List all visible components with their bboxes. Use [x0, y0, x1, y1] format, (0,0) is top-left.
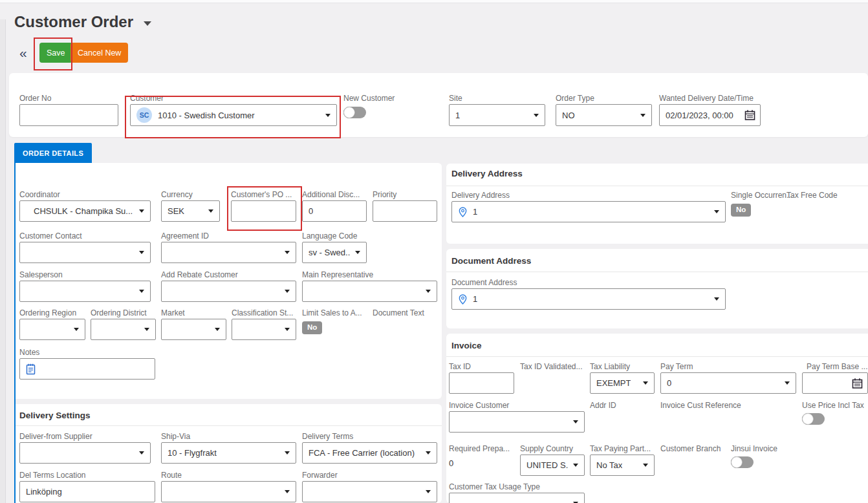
classification-standard-label: Classification St...: [232, 308, 296, 317]
chevron-down-icon: [74, 328, 79, 331]
customer-tax-usage-type-select[interactable]: [449, 493, 585, 503]
order-no-input[interactable]: [19, 104, 118, 126]
delivery-terms-label: Delivery Terms: [302, 432, 437, 441]
classification-standard-select[interactable]: [232, 319, 296, 340]
coordinator-label: Coordinator: [19, 190, 151, 199]
chevron-down-icon: [426, 490, 431, 493]
priority-input[interactable]: [373, 200, 437, 222]
chevron-down-icon: [573, 464, 578, 467]
invoice-customer-select[interactable]: [449, 411, 585, 433]
delivery-address-label: Delivery Address: [451, 191, 726, 200]
forwarder-label: Forwarder: [302, 471, 437, 480]
add-rebate-customer-select[interactable]: [161, 281, 296, 302]
title-caret-icon[interactable]: [144, 21, 151, 26]
forwarder-field: Forwarder: [302, 471, 437, 502]
main-representative-field: Main Representative: [302, 270, 437, 302]
collapsed-sidebar[interactable]: [0, 19, 6, 503]
delivery-terms-select[interactable]: FCA - Free Carrier (location): [302, 442, 437, 464]
invoice-customer-field: Invoice Customer: [449, 401, 585, 433]
ordering-region-label: Ordering Region: [19, 308, 85, 317]
del-terms-location-input[interactable]: Linköping: [19, 481, 155, 502]
limit-sales-badge[interactable]: No: [302, 321, 322, 334]
delivery-terms-field: Delivery Terms FCA - Free Carrier (locat…: [302, 432, 437, 464]
tax-free-code-label: Tax Free Code: [787, 191, 838, 200]
required-prepayment-field: Required Prepa... 0: [449, 444, 510, 468]
customer-select[interactable]: SC 1010 - Swedish Customer: [130, 104, 337, 126]
customer-contact-select[interactable]: [19, 242, 151, 263]
customer-label: Customer: [130, 94, 337, 103]
customers-po-label: Customer's PO ...: [231, 190, 296, 199]
customer-branch-label: Customer Branch: [660, 444, 721, 453]
priority-label: Priority: [373, 190, 437, 199]
pay-term-label: Pay Term: [660, 362, 796, 371]
supply-country-label: Supply Country: [520, 444, 585, 453]
notes-icon[interactable]: [26, 363, 36, 375]
ordering-region-field: Ordering Region: [19, 308, 85, 340]
document-address-select[interactable]: 1: [451, 288, 726, 310]
market-label: Market: [161, 308, 226, 317]
ship-via-select[interactable]: 10 - Flygfrakt: [161, 442, 296, 464]
chevron-down-icon: [643, 381, 648, 385]
order-type-label: Order Type: [556, 94, 652, 103]
page-title: Customer Order: [14, 13, 151, 31]
page-title-text: Customer Order: [14, 13, 133, 31]
market-select[interactable]: [161, 319, 226, 340]
notes-input[interactable]: [19, 358, 155, 380]
agreement-id-select[interactable]: [161, 242, 296, 263]
deliver-from-supplier-label: Deliver-from Supplier: [19, 432, 151, 441]
pay-term-base-input[interactable]: [802, 372, 868, 394]
tax-id-field: Tax ID: [449, 362, 514, 394]
collapse-icon[interactable]: «: [19, 43, 27, 63]
deliver-from-supplier-select[interactable]: [19, 442, 151, 464]
invoice-title: Invoice: [451, 341, 482, 350]
document-text-field: Document Text: [373, 308, 424, 319]
site-field: Site 1: [449, 94, 545, 126]
tax-liability-select[interactable]: EXEMPT: [590, 372, 655, 394]
order-type-field: Order Type NO: [556, 94, 652, 126]
cancel-new-button[interactable]: Cancel New: [71, 43, 128, 63]
coordinator-select[interactable]: CHSULK - Champika Su...: [19, 200, 151, 222]
add-rebate-customer-label: Add Rebate Customer: [161, 270, 296, 279]
del-terms-location-label: Del Terms Location: [19, 471, 155, 480]
invoice-customer-label: Invoice Customer: [449, 401, 585, 410]
notes-label: Notes: [19, 348, 155, 357]
delivery-address-select[interactable]: 1: [451, 201, 726, 222]
main-representative-select[interactable]: [302, 281, 437, 302]
single-occurrence-badge[interactable]: No: [731, 204, 751, 217]
chevron-down-icon: [285, 328, 290, 331]
supply-country-select[interactable]: UNITED S...: [520, 455, 585, 476]
tax-id-input[interactable]: [449, 372, 514, 394]
tax-paying-party-label: Tax Paying Part...: [590, 444, 655, 453]
customer-branch-field: Customer Branch: [660, 444, 721, 455]
salesperson-select[interactable]: [19, 281, 151, 302]
save-button[interactable]: Save: [39, 43, 72, 63]
supply-country-field: Supply Country UNITED S...: [520, 444, 585, 476]
currency-select[interactable]: SEK: [161, 200, 220, 222]
new-customer-toggle[interactable]: [343, 107, 366, 118]
chevron-down-icon: [139, 290, 144, 293]
route-label: Route: [161, 471, 296, 480]
ordering-district-select[interactable]: [91, 319, 156, 340]
forwarder-select[interactable]: [302, 481, 437, 502]
calendar-icon[interactable]: [744, 110, 755, 121]
tax-paying-party-select[interactable]: No Tax: [590, 455, 655, 476]
order-type-select[interactable]: NO: [556, 104, 652, 126]
tab-order-details[interactable]: ORDER DETAILS: [14, 143, 92, 163]
route-select[interactable]: [161, 481, 296, 502]
calendar-icon[interactable]: [852, 378, 863, 389]
deliver-from-supplier-field: Deliver-from Supplier: [19, 432, 151, 464]
chevron-down-icon: [139, 209, 144, 213]
customer-avatar: SC: [136, 107, 152, 123]
jinsui-invoice-toggle[interactable]: [731, 456, 754, 468]
site-select[interactable]: 1: [449, 104, 545, 126]
language-code-select[interactable]: sv - Swed...: [302, 242, 367, 263]
chevron-down-icon: [640, 114, 646, 117]
ordering-region-select[interactable]: [19, 319, 85, 340]
jinsui-invoice-label: Jinsui Invoice: [731, 444, 777, 453]
wanted-delivery-input[interactable]: 02/01/2023, 00:00: [659, 104, 761, 126]
additional-discount-input[interactable]: 0: [302, 200, 367, 222]
pay-term-select[interactable]: 0: [660, 372, 796, 394]
use-price-incl-tax-toggle[interactable]: [802, 413, 825, 425]
customers-po-input[interactable]: [231, 200, 296, 222]
chevron-down-icon: [785, 381, 790, 385]
